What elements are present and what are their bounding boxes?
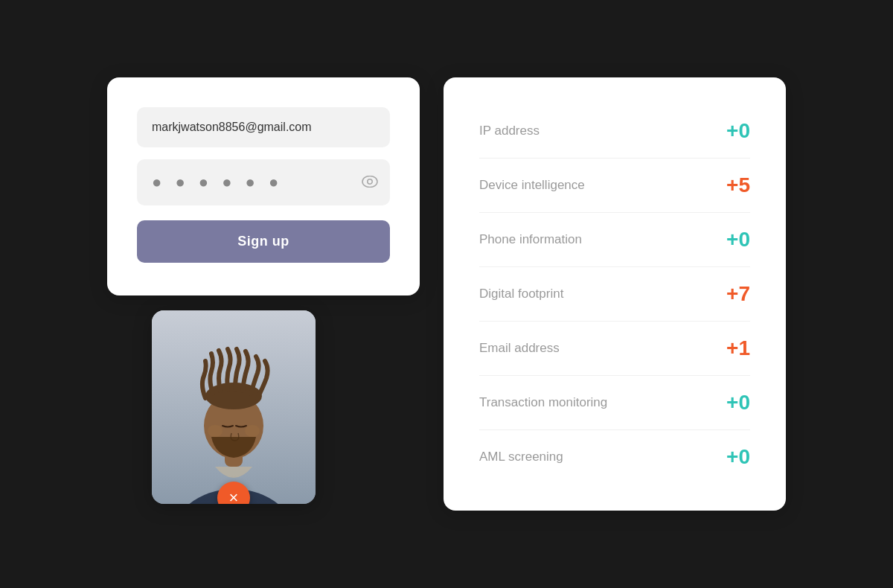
svg-point-1 [368,179,372,183]
score-row: Transaction monitoring+0 [479,376,750,430]
score-row: AML screening+0 [479,430,750,484]
eye-icon[interactable] [362,174,378,191]
score-value: +0 [726,119,750,143]
score-row: Device intelligence+5 [479,159,750,213]
score-row: IP address+0 [479,104,750,159]
score-row: Digital footprint+7 [479,267,750,322]
svg-point-8 [245,425,260,437]
password-field[interactable] [137,159,390,205]
score-value: +0 [726,391,750,415]
score-row: Phone information+0 [479,213,750,267]
score-label: Device intelligence [479,178,585,193]
score-value: +7 [726,282,750,306]
photo-card: × [152,310,316,504]
password-wrapper [137,159,390,205]
signup-button[interactable]: Sign up [137,220,390,263]
score-label: Phone information [479,232,582,247]
svg-point-7 [208,425,223,437]
main-container: Sign up [77,48,816,540]
score-value: +0 [726,228,750,252]
svg-point-0 [362,176,377,187]
score-label: Digital footprint [479,287,563,301]
email-field[interactable] [137,107,390,147]
right-card: IP address+0Device intelligence+5Phone i… [444,77,786,511]
login-card: Sign up [107,77,420,295]
left-column: Sign up [107,77,420,504]
score-label: AML screening [479,450,563,464]
score-label: Transaction monitoring [479,395,607,410]
score-value: +0 [726,445,750,469]
score-value: +1 [726,336,750,360]
score-value: +5 [726,173,750,197]
score-row: Email address+1 [479,322,750,376]
photo-placeholder [152,310,316,504]
score-label: Email address [479,341,560,356]
score-label: IP address [479,124,540,138]
